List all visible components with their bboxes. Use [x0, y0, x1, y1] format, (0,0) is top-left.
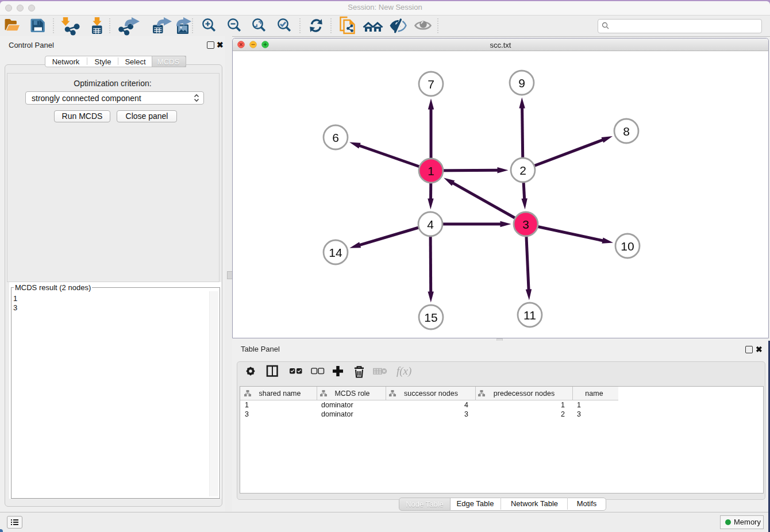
svg-text:8: 8 — [623, 125, 630, 138]
svg-text:predecessor nodes: predecessor nodes — [494, 390, 555, 398]
svg-text:6: 6 — [332, 131, 339, 144]
svg-text:1: 1 — [428, 164, 434, 178]
svg-text:2: 2 — [519, 164, 526, 177]
svg-text:f(x): f(x) — [396, 365, 411, 377]
svg-text:9: 9 — [518, 76, 525, 90]
svg-text:successor nodes: successor nodes — [404, 390, 458, 398]
svg-text:7: 7 — [428, 78, 434, 91]
svg-text:4: 4 — [427, 218, 434, 231]
svg-text:name: name — [585, 390, 603, 398]
svg-text:shared name: shared name — [259, 390, 301, 398]
svg-text:MCDS role: MCDS role — [334, 390, 369, 398]
svg-text:14: 14 — [329, 246, 342, 259]
svg-text:10: 10 — [621, 240, 634, 253]
svg-text:15: 15 — [424, 311, 437, 324]
svg-text:3: 3 — [522, 218, 529, 231]
svg-text:11: 11 — [523, 309, 536, 322]
